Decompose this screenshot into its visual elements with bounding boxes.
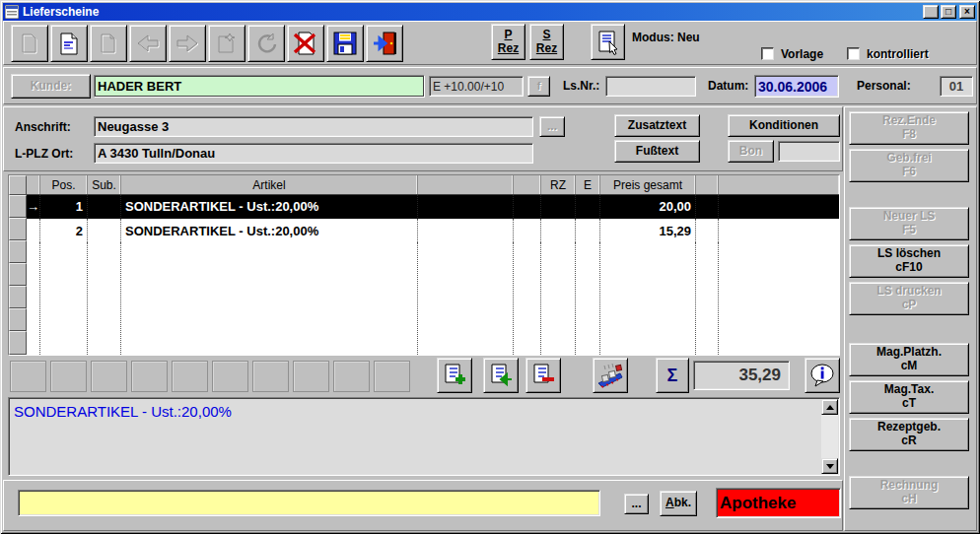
side-button-rez-ende[interactable]: Rez.EndeF8 xyxy=(849,111,969,145)
store-badge: Apotheke xyxy=(716,488,841,518)
kunde-button[interactable]: Kunde: xyxy=(11,74,91,99)
col-sub: Sub. xyxy=(88,175,121,194)
arrow-left-icon xyxy=(135,31,161,56)
refresh-icon xyxy=(253,31,279,56)
sum-button[interactable]: Σ xyxy=(656,358,689,393)
lsnr-field[interactable] xyxy=(605,76,696,97)
konditionen-button[interactable]: Konditionen xyxy=(728,114,840,137)
address-strip: Anschrift: Neugasse 3 ... L-PLZ Ort: A 3… xyxy=(3,106,843,171)
page-new-icon xyxy=(215,32,239,55)
col-pos: Pos. xyxy=(40,175,88,194)
new-page-button[interactable] xyxy=(11,25,48,62)
bon-field[interactable] xyxy=(778,141,840,162)
prev-button[interactable] xyxy=(129,25,167,62)
anschrift-label: Anschrift: xyxy=(15,120,71,134)
sigma-icon: Σ xyxy=(667,366,678,386)
scroll-down-button[interactable] xyxy=(821,458,838,474)
save-button[interactable] xyxy=(326,25,364,62)
side-button-mag-platzh[interactable]: Mag.Platzh.cM xyxy=(849,343,969,376)
side-button-neuer-ls[interactable]: Neuer LSF5 xyxy=(849,207,969,240)
placeholder-cell xyxy=(333,361,370,392)
placeholder-cell xyxy=(252,361,289,392)
footer-more-button[interactable]: ... xyxy=(624,494,649,514)
f-button[interactable]: f xyxy=(527,76,550,97)
insert-row-icon xyxy=(488,363,514,388)
placeholder-cell xyxy=(131,361,168,392)
modus-label: Modus: Neu xyxy=(632,31,700,44)
insert-row-button[interactable] xyxy=(483,358,519,393)
personal-label: Personal: xyxy=(857,79,911,93)
datum-field[interactable]: 30.06.2006 xyxy=(754,75,839,98)
col-e: E xyxy=(576,175,600,194)
row-gutter xyxy=(9,175,27,355)
next-button[interactable] xyxy=(169,25,206,62)
delete-icon xyxy=(292,30,319,57)
col-preis: Preis gesamt xyxy=(600,175,696,194)
side-button-ls-loeschen[interactable]: LS löschencF10 xyxy=(849,244,969,278)
window-title: Lieferscheine xyxy=(23,5,923,19)
plz-ort-field[interactable]: A 3430 Tulln/Donau xyxy=(94,143,533,164)
footer-input[interactable] xyxy=(18,490,600,516)
copy-page-icon xyxy=(97,32,120,55)
close-button[interactable]: × xyxy=(959,5,975,19)
side-button-rechnung[interactable]: RechnungcH xyxy=(849,476,969,509)
customer-strip: Kunde: HADER BERT E +10.00/+10 f Ls.Nr.:… xyxy=(3,67,977,104)
remove-row-button[interactable] xyxy=(525,358,561,393)
placeholder-cell xyxy=(10,361,46,392)
s-rez-button[interactable]: SRez xyxy=(529,24,564,60)
exit-button[interactable] xyxy=(366,25,403,62)
table-row[interactable]: 2 SONDERARTIKEL - Ust.:20,00% 15,29 xyxy=(27,219,839,242)
open-list-button[interactable] xyxy=(50,25,88,62)
vorlage-label: Vorlage xyxy=(781,47,823,61)
placeholder-cell xyxy=(212,361,248,392)
copy-page-button[interactable] xyxy=(90,25,127,62)
items-table: Pos. Sub. Artikel RZ E Preis gesamt → 1 … xyxy=(8,174,840,356)
zusatztext-button[interactable]: Zusatztext xyxy=(614,114,700,137)
kontrolliert-label: kontrolliert xyxy=(867,47,929,61)
table-row[interactable]: → 1 SONDERARTIKEL - Ust.:20,00% 20,00 xyxy=(27,195,839,219)
page-new-button[interactable] xyxy=(208,25,245,62)
info-balloon-icon xyxy=(809,363,835,388)
scroll-up-icon xyxy=(826,405,834,410)
p-rez-button[interactable]: PRez xyxy=(491,24,525,60)
add-row-icon xyxy=(442,363,467,388)
side-button-rezeptgeb[interactable]: Rezeptgeb.cR xyxy=(849,418,969,451)
info-button[interactable] xyxy=(805,358,840,393)
customer-discount-field: E +10.00/+10 xyxy=(429,76,524,97)
side-button-geb-frei[interactable]: Geb.freiF6 xyxy=(849,149,969,182)
address-more-button[interactable]: ... xyxy=(539,116,565,137)
side-button-mag-tax[interactable]: Mag.Tax.cT xyxy=(849,380,969,414)
abk-button[interactable]: Abk. xyxy=(660,491,697,516)
fusstext-button[interactable]: Fußtext xyxy=(614,140,700,163)
bon-button[interactable]: Bon xyxy=(728,140,774,163)
remove-row-icon xyxy=(530,363,556,388)
scroll-up-button[interactable] xyxy=(821,399,838,415)
vertical-scrollbar[interactable] xyxy=(821,399,838,474)
minimize-button[interactable]: _ xyxy=(923,5,939,19)
new-page-icon xyxy=(18,32,41,55)
scroll-down-icon xyxy=(826,464,834,469)
detail-textarea[interactable]: SONDERARTIKEL - Ust.:20,00% xyxy=(8,397,840,476)
delete-button[interactable] xyxy=(287,25,324,62)
maximize-button[interactable]: □ xyxy=(941,5,956,19)
magistral-button[interactable] xyxy=(593,358,628,393)
personal-field[interactable]: 01 xyxy=(940,76,973,97)
rez-list-button[interactable] xyxy=(591,24,625,60)
add-row-button[interactable] xyxy=(437,358,472,393)
save-icon xyxy=(332,31,358,56)
magistral-icon xyxy=(596,362,624,389)
footer-strip: ... Abk. Apotheke xyxy=(3,480,843,531)
lsnr-label: Ls.Nr.: xyxy=(563,79,599,93)
side-button-ls-drucken[interactable]: LS druckencP xyxy=(849,282,969,315)
refresh-button[interactable] xyxy=(247,25,285,62)
datum-label: Datum: xyxy=(708,79,748,93)
vorlage-checkbox[interactable] xyxy=(761,47,774,60)
plz-ort-label: L-PLZ Ort: xyxy=(15,147,73,161)
customer-name-field[interactable]: HADER BERT xyxy=(94,75,425,98)
placeholder-cell xyxy=(374,361,410,392)
kontrolliert-checkbox[interactable] xyxy=(847,47,860,60)
detail-text: SONDERARTIKEL - Ust.:20,00% xyxy=(14,403,232,420)
table-header: Pos. Sub. Artikel RZ E Preis gesamt xyxy=(27,175,839,195)
anschrift-field[interactable]: Neugasse 3 xyxy=(94,116,533,137)
lieferscheine-window: Lieferscheine _ □ × PRez SRez Modus: Neu… xyxy=(0,0,980,534)
